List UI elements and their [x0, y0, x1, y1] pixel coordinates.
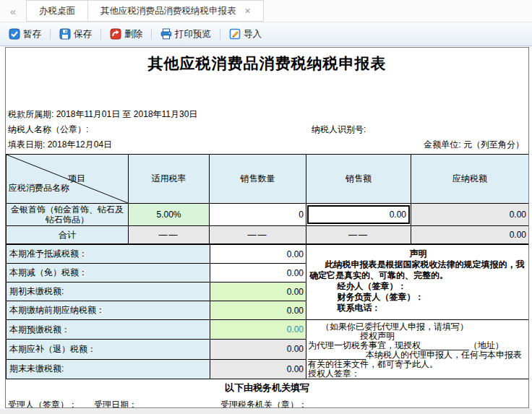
declaration-body: 此纳税申报表是根据国家税收法律的规定填报的，我确定它是真实的、可靠的、完整的。: [309, 259, 527, 281]
tax-authority-section-title: 以下由税务机关填写: [6, 381, 528, 394]
tab-label: 其他应税消费品消费税纳税申报表: [100, 5, 236, 17]
tab-bar: « 办税桌面 其他应税消费品消费税纳税申报表 ×: [0, 0, 532, 22]
taxpayer-id-label: 纳税人识别号:: [312, 122, 366, 137]
import-pencil-icon: [229, 28, 241, 40]
tempsave-button[interactable]: 暂存: [6, 27, 44, 42]
total-tax-rate-cell: ——: [129, 226, 210, 244]
authorization-box: （如果你已委托代理人申报，请填写） 授权声明 为代理一切税务事宜，现授权____…: [306, 320, 529, 379]
summary-row: 本期预缴税额： 0.00 （如果你已委托代理人申报，请填写） 授权声明 为代理一…: [7, 320, 529, 340]
declaration-title: 声明: [309, 249, 527, 259]
delete-label: 删除: [124, 28, 142, 40]
tax-refund-due-label: 本期应补（退）税额：: [7, 340, 210, 359]
total-sales-cell: ——: [306, 226, 411, 244]
total-tax-due-cell: 0.00: [411, 226, 529, 244]
table-row-total: 合计 —— —— —— 0.00: [7, 226, 529, 244]
collapse-tabs-icon[interactable]: «: [0, 0, 26, 22]
fill-date-line: 填表日期: 2018年12月04日 金额单位: 元（列至角分）: [8, 137, 528, 152]
column-header-tax-rate: 适用税率: [129, 155, 210, 204]
tax-period-value: 2018年11月01日 至 2018年11月30日: [56, 109, 198, 119]
reduced-exempt-tax-cell: [210, 264, 306, 283]
quantity-input[interactable]: [210, 204, 306, 225]
toolbar: 暂存 保存 删除 打印预览: [0, 22, 532, 46]
total-label-cell: 合计: [7, 226, 129, 244]
agent-signature-label: 经办人（签章）：: [309, 281, 527, 292]
finance-officer-label: 财务负责人（签章）：: [309, 292, 527, 303]
contact-phone-label: 联系电话：: [309, 303, 527, 314]
tab-consumption-tax-return[interactable]: 其他应税消费品消费税纳税申报表 ×: [87, 0, 264, 22]
tax-rate-cell[interactable]: 5.00%: [129, 204, 210, 226]
deductible-tax-label: 本期准予抵减税额：: [7, 245, 210, 264]
column-header-sales: 销售额: [306, 155, 411, 204]
tab-label: 办税桌面: [39, 5, 75, 17]
toolbar-separator: [151, 29, 152, 40]
paid-prior-period-tax-label: 本期缴纳前期应纳税额：: [7, 301, 210, 320]
column-header-tax-due: 应纳税额: [411, 155, 529, 204]
fill-date-value: 2018年12月04日: [48, 139, 112, 150]
tempsave-check-icon: [9, 28, 20, 40]
accepting-authority-label: 受理税务机关（章）：: [220, 399, 307, 408]
tempsave-label: 暂存: [23, 28, 41, 40]
reduced-exempt-tax-input[interactable]: [210, 264, 306, 282]
column-header-quantity: 销售数量: [210, 155, 306, 204]
authorizer-signature-label: 授权人签章：: [308, 369, 527, 379]
deductible-tax-input[interactable]: [210, 246, 306, 263]
corner-header-cell: 项目 应税消费品名称: [7, 155, 129, 204]
prepaid-tax-label: 本期预缴税额：: [7, 320, 210, 340]
print-preview-label: 打印预览: [175, 28, 211, 40]
sales-cell: [306, 204, 411, 226]
declaration-box: 声明 此纳税申报表是根据国家税收法律的规定填报的，我确定它是真实的、可靠的、完整…: [306, 245, 529, 320]
ending-unpaid-tax-value: 0.00: [210, 359, 306, 379]
corner-label-item: 项目: [68, 173, 85, 185]
amount-unit-label: 金额单位: 元（列至角分）: [424, 137, 524, 152]
initial-unpaid-tax-label: 期初未缴税额:: [7, 283, 210, 301]
import-button[interactable]: 导入: [226, 27, 265, 42]
taxpayer-line: 纳税人名称（公章）: 纳税人识别号:: [8, 122, 528, 137]
acceptance-date-label: 受理日期：: [94, 399, 137, 408]
fill-date-label: 填表日期:: [8, 139, 45, 150]
toolbar-separator: [100, 29, 101, 40]
total-quantity-cell: ——: [210, 226, 306, 244]
toolbar-separator: [220, 29, 220, 40]
consumption-tax-table: 项目 应税消费品名称 适用税率 销售数量 销售额 应纳税额 金银首饰（铂金首饰、…: [6, 154, 529, 244]
tax-due-cell: 0.00: [411, 204, 529, 226]
summary-row: 本期准予抵减税额： 声明 此纳税申报表是根据国家税收法律的规定填报的，我确定它是…: [7, 245, 529, 264]
tax-refund-due-value: 0.00: [210, 340, 306, 359]
print-preview-icon: [160, 28, 172, 40]
save-label: 保存: [74, 28, 92, 40]
prepaid-tax-value[interactable]: 0.00: [210, 320, 306, 340]
quantity-cell: [210, 204, 306, 226]
sales-input-focused[interactable]: [307, 205, 410, 224]
acceptor-signature-label: 受理人（签章）：: [8, 399, 77, 408]
goods-name-cell: 金银首饰（铂金首饰、钻石及钻石饰品）: [7, 204, 129, 226]
corner-label-goods-name: 应税消费品名称: [9, 182, 69, 194]
delete-button[interactable]: 删除: [107, 27, 145, 42]
toolbar-separator: [50, 29, 51, 40]
table-row-jewelry: 金银首饰（铂金首饰、钻石及钻石饰品） 5.00% 0.00: [7, 204, 529, 226]
tab-tax-desktop[interactable]: 办税桌面: [26, 0, 88, 22]
form-header-info: 税款所属期: 2018年11月01日 至 2018年11月30日 纳税人名称（公…: [6, 107, 528, 152]
summary-table: 本期准予抵减税额： 声明 此纳税申报表是根据国家税收法律的规定填报的，我确定它是…: [6, 244, 529, 379]
taxpayer-name-label: 纳税人名称（公章）:: [8, 124, 88, 134]
diagonal-line: [7, 155, 128, 203]
page-bottom-strip: [0, 409, 532, 414]
tax-period-line: 税款所属期: 2018年11月01日 至 2018年11月30日: [8, 107, 528, 122]
initial-unpaid-tax-value[interactable]: 0.00: [210, 283, 306, 301]
print-preview-button[interactable]: 打印预览: [158, 27, 214, 42]
delete-undo-icon: [110, 28, 121, 40]
deductible-tax-cell: [210, 245, 306, 264]
ending-unpaid-tax-label: 期末未缴税额:: [7, 359, 210, 379]
save-floppy-icon: [59, 28, 71, 40]
paid-prior-period-tax-value[interactable]: 0.00: [210, 301, 306, 320]
import-label: 导入: [244, 28, 262, 40]
form-title: 其他应税消费品消费税纳税申报表: [6, 54, 528, 73]
authorization-hint: （如果你已委托代理人申报，请填写）: [308, 322, 527, 332]
tax-authority-fields: 受理人（签章）： 受理日期： 受理税务机关（章）：: [6, 399, 528, 408]
close-tab-icon[interactable]: ×: [245, 6, 251, 16]
save-button[interactable]: 保存: [56, 27, 95, 42]
tax-return-form: 其他应税消费品消费税纳税申报表 税款所属期: 2018年11月01日 至 201…: [5, 47, 529, 408]
authorization-body-line2: ____________本纳税人的代理申报人，任何与本申报表有关的往来文件，都可…: [308, 350, 527, 369]
reduced-exempt-tax-label: 本期减（免）税额：: [7, 264, 210, 283]
tax-period-label: 税款所属期:: [8, 109, 53, 119]
